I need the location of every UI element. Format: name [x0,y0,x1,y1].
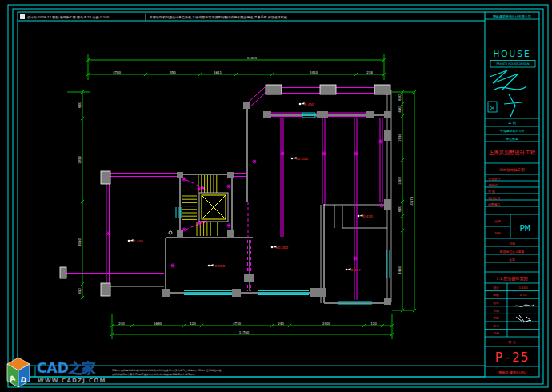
drawing-title: 1-2层顶棚布置图 [496,276,528,281]
dim-text: 1611 [214,70,222,74]
dim-text: 120 [190,322,196,326]
info-row: 出图编号 [488,202,500,206]
project-subtitle: 建筑装饰施工图 [498,167,525,172]
elevation-label: -0.450 [303,102,314,106]
project-name: 上海某别墅设计工程 [489,150,536,156]
elevation-label: -0.450 [362,214,373,218]
info-row: 设计证号 [488,196,500,200]
door-swing-mark [169,231,172,234]
firm-row: 中海建筑设计1所 [500,129,525,133]
table-value: A-1a [520,293,527,297]
dim-text: 450 [398,106,402,113]
sign-row: 单位图签 [506,137,518,141]
title-block-signature-sketch [490,70,526,117]
ceiling-beams-dashed [186,180,251,291]
cad-sheet: 设计号:2008-12 图别:装饰施工图 图号:P-25 比例:1:100 本图… [0,0,552,392]
dim-text: 2400 [322,322,331,326]
approve-row: 建设单位认可签章 [499,250,525,254]
table-label: 校对 [492,301,499,305]
dim-text: 10575 [410,196,414,206]
cube-letter-d: D [20,375,27,384]
info-row: 专业设计 [488,177,500,181]
info-row: 审 核 [488,190,495,194]
dim-text: 3050 [78,238,82,246]
table-label: 工号 [493,324,499,328]
table-value: 1:100 [519,286,529,290]
top-strip-text-1: 设计号:2008-12 图别:装饰施工图 图号:P-25 比例:1:100 [27,15,110,20]
brand-title: HOUSE [493,49,530,58]
watermark-url: WWW.CADZJ.COM [38,378,106,384]
elevator-shaft [199,193,228,222]
brand-subtitle: PRIVATE HOUSE DESIGN [497,62,530,66]
elevation-label: ±0.000 [212,264,225,268]
dim-text: 240 [278,322,284,326]
dim-text: 218 [366,70,373,74]
light-fixtures [106,139,384,272]
sheet-label: 图 号 [508,340,515,344]
dim-text: 11021 [247,56,258,60]
dim-text: 600 [398,94,402,101]
dim-text: 1950 [78,155,82,164]
title-block-texts: 鹏峰建筑装饰设计有限公司 HOUSE PRIVATE HOUSE DESIGN … [488,14,536,374]
dim-text: 3450 [398,266,402,274]
dim-text: 120 [370,322,377,326]
table-label: 审定 [493,316,499,320]
cadzj-cube-logo-icon: A D [7,358,30,387]
dim-text: 4780 [113,70,122,74]
top-strip: 设计号:2008-12 图别:装饰施工图 图号:P-25 比例:1:100 本图… [18,14,485,22]
scale-label: 比例 [494,219,501,223]
dim-text: 1680 [154,322,162,326]
dim-text: 1800 [398,176,402,185]
countersign-row: 会签 [509,258,515,262]
dim-text: 600 [398,206,402,212]
date-label: 日期 [494,231,501,235]
watermark: A D CAD之家 WWW.CADZJ.COM [7,358,106,387]
ceiling-beams [62,87,382,300]
dim-text: 2410 [310,70,318,74]
info-row: APRVD [488,183,498,187]
dim-text: 450 [78,288,82,294]
dim-text: 240 [118,322,125,326]
elevation-label: ±0.000 [295,157,308,161]
elevation-label: -0.117 [350,268,361,272]
bottom-strip-text-2: 图纸版权归原作者所有,如有侵权请及时联系本站删除,感谢您的支持与配合。 [112,373,198,376]
sheet-number: P-25 [495,350,530,365]
top-strip-text-2: 本图纸版权归原设计单位所有,未经书面许可不得复制翻印或用于商业用途,违者必究,保… [149,15,290,20]
strip-logo-square [20,14,25,19]
table-label: 设计 [493,286,499,290]
watermark-brand: CAD之家 [37,360,96,376]
table-label: 日期 [493,331,499,335]
pm-mark: PM [519,223,530,234]
seal-row: 监 制 [508,121,515,126]
title-block-footer: 鹏峰园·建筑设计院 [498,370,525,374]
table-label: 制图 [493,293,499,297]
elevation-label: -0.450 [132,239,143,243]
dim-text: 600 [78,102,82,108]
dim-text: 11760 [239,330,250,334]
company-name: 鹏峰建筑装饰设计有限公司 [493,14,531,18]
date-row: 日期 [509,242,515,246]
dim-text: 4730 [233,322,242,326]
elevation-label: ±0.000 [275,246,288,250]
dim-text: 1950 [398,133,402,142]
dimension-ticks [81,58,416,336]
elevation-labels: -0.450 ±0.000 -0.450 ±0.000 ±0.000 -0.11… [128,102,373,272]
sheet-frame [8,5,548,387]
table-label: 审核 [493,309,499,313]
dim-text: 450 [170,70,176,74]
bottom-strip-text-1: 声明:本图纸由CAD之家(WWW.CADZJ.COM)收集整理,仅供学习交流使用… [112,369,224,372]
